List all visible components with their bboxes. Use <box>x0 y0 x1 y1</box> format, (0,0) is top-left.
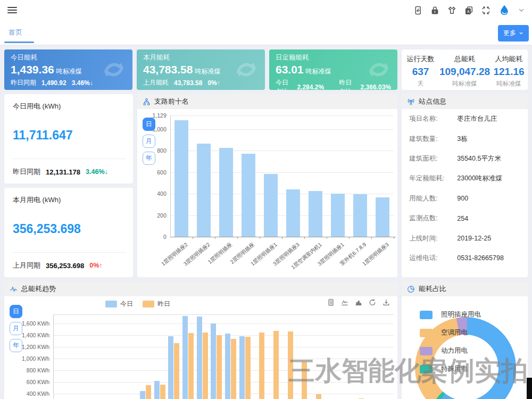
period-month-button[interactable]: 月 <box>10 322 22 335</box>
y-axis-tick-label: 0 <box>163 234 167 240</box>
device-repair-icon[interactable] <box>413 6 422 15</box>
x-axis-tick <box>371 237 372 239</box>
legend-item-power[interactable]: 动力用电 <box>420 346 528 355</box>
kpi-value: 63.01 <box>276 63 304 76</box>
pie-panel: 能耗占比 照明插座用电 空调用电 动力用电 特殊用电 <box>402 281 528 399</box>
legend-swatch <box>420 347 433 355</box>
bar <box>219 148 233 237</box>
legend-item-special[interactable]: 特殊用电 <box>420 364 528 373</box>
branch-chart-plot: 1,1291,00080060040020001层照明插座23层照明插座21层照… <box>170 115 394 237</box>
gridline <box>53 394 394 394</box>
legend-label: 昨日 <box>157 300 170 309</box>
bar <box>146 385 151 399</box>
gridline <box>53 323 394 324</box>
fullscreen-icon[interactable] <box>481 6 491 15</box>
compare-label: 昨日同期 <box>13 167 40 177</box>
chevron-down-icon[interactable] <box>518 7 525 13</box>
branch-top10-panel: 支路前十名 日 月 年 1,1291,00080060040020001层照明插… <box>137 94 398 277</box>
y-axis-tick-label: 1,600 KWh <box>22 320 49 327</box>
bar <box>168 336 173 399</box>
y-axis-tick-label: 400 KWh <box>27 390 49 397</box>
download-icon[interactable] <box>383 298 390 306</box>
y-axis-tick-label: 600 KWh <box>27 379 49 385</box>
summary-stats-panel: 运行天数 637 天 总能耗 109,047.28 吨标准煤 人均能耗 121.… <box>402 49 528 90</box>
data-view-icon[interactable] <box>327 298 335 306</box>
legend-swatch <box>105 301 117 307</box>
kpi-card-month-energy: 本月能耗 43,783.58吨标准煤 上月能耗 43,783.58 0%↑ <box>137 49 265 90</box>
bar <box>160 385 165 399</box>
x-axis-tick <box>304 237 305 239</box>
kpi-sub-label: 今日占比: <box>276 78 292 90</box>
tab-bar: 首页 更多 <box>0 20 532 45</box>
kpi-sub-value: 2,284.2% <box>297 84 324 90</box>
site-value: 枣庄市台儿庄 <box>457 114 497 123</box>
legend-item-yesterday[interactable]: 昨日 <box>143 300 170 309</box>
bar <box>217 335 222 399</box>
brand-drop-icon[interactable] <box>498 4 510 16</box>
site-value: 0531-82665798 <box>457 254 504 262</box>
period-year-button[interactable]: 年 <box>143 152 155 165</box>
trend-legend: 今日 昨日 <box>105 300 170 309</box>
gridline <box>53 370 394 371</box>
kpi-sub-value2: 2,366.03% <box>361 84 391 90</box>
tab-home[interactable]: 首页 <box>9 28 22 37</box>
legend-swatch <box>143 301 154 307</box>
copy-translate-icon[interactable]: A <box>464 6 473 15</box>
bar <box>239 336 245 399</box>
topbar-actions: A <box>413 4 525 16</box>
site-info-panel: 站点信息 项目名称:枣庄市台儿庄 建筑数量:3栋 建筑面积:35540.5平方米… <box>402 94 528 277</box>
gridline <box>53 382 394 383</box>
bar <box>174 343 179 399</box>
y-axis-line <box>170 115 171 237</box>
gridline <box>170 129 394 130</box>
usage-card-month: 本月用电 (kWh) 356,253.698 上月同期 356,253.698 … <box>4 188 133 277</box>
divider <box>12 159 126 159</box>
kpi-unit: 吨标准煤 <box>56 68 82 75</box>
period-day-button[interactable]: 日 <box>10 305 22 318</box>
y-axis-tick-label: 400 <box>157 190 167 197</box>
legend-item-hvac[interactable]: 空调用电 <box>420 328 528 337</box>
pie-chart-icon <box>407 285 415 293</box>
stat-unit: 吨标准煤 <box>490 80 528 88</box>
lock-icon[interactable] <box>430 6 439 15</box>
y-axis-tick-label: 200 <box>157 212 167 219</box>
usage-title: 今日用电 (kWh) <box>13 102 124 111</box>
legend-label: 动力用电 <box>441 346 468 355</box>
stat-value: 637 <box>402 66 439 78</box>
branch-icon <box>143 98 151 106</box>
legend-item-lighting[interactable]: 照明插座用电 <box>420 310 528 319</box>
kpi-sub-label: 上月能耗 <box>143 78 169 87</box>
bar <box>302 362 307 399</box>
more-button[interactable]: 更多 <box>498 25 529 41</box>
kpi-card-daily-quota: 日定额能耗 63.01吨标准煤 今日占比: 2,284.2% 昨日占比: 2,3… <box>269 49 397 90</box>
bar <box>353 194 367 237</box>
site-value: 23000吨标准煤 <box>457 174 502 183</box>
y-axis-tick-label: 600 <box>157 169 167 176</box>
kpi-unit: 吨标准煤 <box>195 68 220 75</box>
line-chart-icon[interactable] <box>341 298 348 306</box>
site-label: 上线时间: <box>409 234 457 243</box>
trend-chart-plot: 1,600 KWh1,400 KWh1,200 KWh1,000 KWh800 … <box>53 314 394 399</box>
site-value: 2019-12-25 <box>457 235 491 242</box>
restore-icon[interactable] <box>369 298 376 306</box>
y-axis-tick-label: 1,000 KWh <box>22 355 49 362</box>
pie-legend: 照明插座用电 空调用电 动力用电 特殊用电 <box>420 310 528 373</box>
compare-pct: 3.46%↓ <box>86 168 108 176</box>
period-day-button[interactable]: 日 <box>143 118 155 131</box>
bar <box>376 197 389 237</box>
period-month-button[interactable]: 月 <box>143 135 155 148</box>
period-year-button[interactable]: 年 <box>10 339 22 352</box>
usage-value: 356,253.698 <box>13 222 124 236</box>
menu-icon[interactable] <box>7 5 17 15</box>
legend-item-today[interactable]: 今日 <box>105 300 133 309</box>
bar <box>174 120 188 237</box>
bar <box>273 331 279 399</box>
theme-skin-icon[interactable] <box>447 6 456 15</box>
site-label: 监测点数: <box>409 214 457 223</box>
bar <box>316 394 321 399</box>
bar <box>331 194 345 237</box>
panel-header: 总能耗趋势 <box>4 281 397 296</box>
bar-chart-icon[interactable] <box>355 298 362 306</box>
bar <box>182 316 188 399</box>
bar <box>259 332 264 399</box>
